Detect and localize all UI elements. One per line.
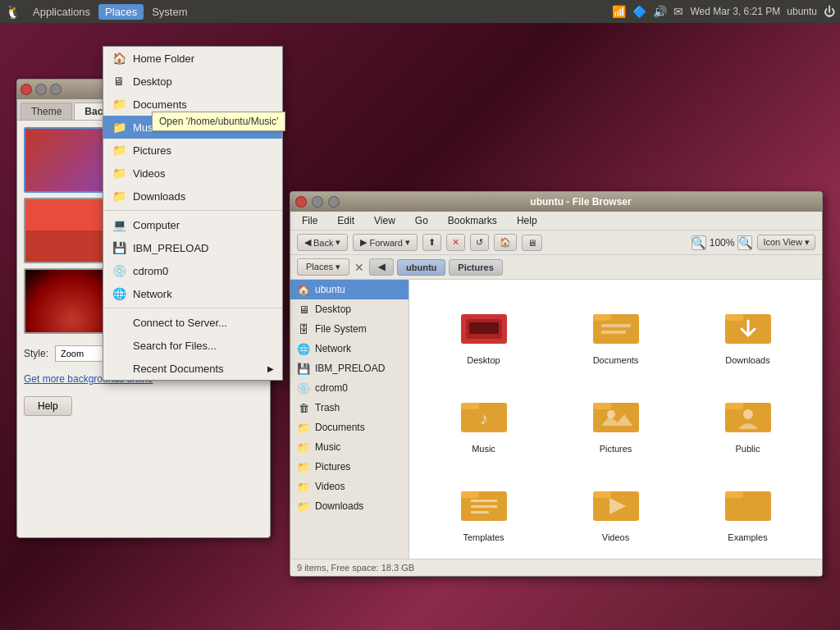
tab-theme[interactable]: Theme — [21, 103, 72, 120]
sidebar-item-network[interactable]: 🌐 Network — [290, 339, 409, 358]
svg-rect-24 — [593, 491, 611, 498]
file-icon-videos[interactable]: Videos — [555, 470, 677, 549]
fb-maximize-button[interactable] — [328, 196, 340, 208]
sidebar-cdrom-icon: 💿 — [297, 381, 310, 395]
menu-computer[interactable]: 💻 Computer — [103, 213, 282, 236]
minimize-button[interactable] — [35, 84, 47, 95]
menu-pictures-label: Pictures — [133, 144, 171, 157]
sidebar-item-documents[interactable]: 📁 Documents — [290, 418, 409, 437]
power-icon[interactable]: ⏻ — [824, 5, 835, 18]
file-icon-templates[interactable]: Templates — [422, 470, 545, 549]
fb-close-button[interactable] — [295, 196, 307, 208]
file-icon-music[interactable]: ♪ Music — [422, 381, 545, 460]
svg-text:♪: ♪ — [480, 409, 488, 427]
back-button[interactable]: ◀ Back ▾ — [297, 234, 348, 251]
sidebar-item-ubuntu[interactable]: 🏠 ubuntu — [290, 280, 409, 299]
menu-pictures[interactable]: 📁 Pictures — [103, 139, 282, 162]
menu-network[interactable]: 🌐 Network — [103, 282, 282, 305]
music-menu-icon: 📁 — [112, 120, 126, 135]
menu-desktop-label: Desktop — [133, 75, 172, 88]
sidebar-item-downloads[interactable]: 📁 Downloads — [290, 496, 409, 516]
music-tooltip: Open '/home/ubuntu/Music' — [152, 112, 285, 131]
sidebar-item-filesystem[interactable]: 🗄 File System — [290, 319, 409, 339]
sidebar-network-icon: 🌐 — [297, 342, 310, 355]
file-icon-public[interactable]: Public — [687, 381, 809, 460]
sidebar-ibm-icon: 💾 — [297, 362, 310, 375]
sidebar-item-videos[interactable]: 📁 Videos — [290, 477, 409, 496]
fb-menu-help[interactable]: Help — [512, 213, 542, 228]
file-icon-downloads[interactable]: Downloads — [687, 293, 809, 372]
close-button[interactable] — [21, 84, 32, 95]
menu-ibm-preload[interactable]: 💾 IBM_PRELOAD — [103, 236, 282, 259]
volume-icon: 🔊 — [653, 5, 667, 18]
sidebar-downloads-icon: 📁 — [297, 500, 310, 513]
menu-videos[interactable]: 📁 Videos — [103, 162, 282, 185]
desktop-label: Desktop — [467, 355, 500, 365]
view-mode-label: Icon View — [763, 237, 802, 247]
fb-menu-go[interactable]: Go — [410, 213, 433, 228]
menu-connect-label: Connect to Server... — [133, 317, 227, 329]
menu-downloads[interactable]: 📁 Downloads — [103, 185, 282, 208]
location-close-button[interactable]: ✕ — [353, 261, 366, 274]
menu-downloads-label: Downloads — [133, 190, 185, 203]
places-dropdown-btn[interactable]: Places ▾ — [297, 258, 349, 276]
file-browser-toolbar: ◀ Back ▾ ▶ Forward ▾ ⬆ ✕ ↺ 🏠 🖥 🔍 100% 🔍 … — [290, 231, 822, 255]
svg-rect-6 — [601, 331, 626, 334]
downloads-menu-icon: 📁 — [112, 189, 126, 203]
refresh-button[interactable]: ↺ — [470, 234, 489, 251]
up-button[interactable]: ⬆ — [422, 234, 441, 251]
menu-search-files[interactable]: Search for Files... — [103, 334, 282, 357]
bluetooth-icon: 🔷 — [632, 5, 646, 18]
sidebar-item-trash[interactable]: 🗑 Trash — [290, 398, 409, 418]
file-icon-documents[interactable]: Documents — [555, 293, 677, 372]
sidebar-item-ibm[interactable]: 💾 IBM_PRELOAD — [290, 358, 409, 378]
sidebar-item-desktop[interactable]: 🖥 Desktop — [290, 299, 409, 319]
svg-point-14 — [607, 410, 615, 418]
file-icon-desktop[interactable]: Desktop — [422, 293, 545, 372]
back-dropdown-icon: ▾ — [336, 237, 340, 248]
places-menu-btn[interactable]: Places — [98, 4, 144, 20]
fb-menu-edit[interactable]: Edit — [332, 213, 359, 228]
menu-cdrom[interactable]: 💿 cdrom0 — [103, 259, 282, 282]
file-icon-pictures[interactable]: Pictures — [555, 381, 677, 460]
datetime: Wed Mar 3, 6:21 PM — [690, 6, 780, 17]
applications-menu[interactable]: Applications — [26, 4, 97, 20]
svg-rect-4 — [593, 314, 611, 321]
help-button[interactable]: Help — [24, 396, 72, 416]
forward-button[interactable]: ▶ Forward ▾ — [353, 234, 417, 251]
sidebar-videos-label: Videos — [315, 481, 345, 492]
menu-connect-server[interactable]: Connect to Server... — [103, 311, 282, 334]
menu-recent-label: Recent Documents — [133, 363, 224, 375]
downloads-folder-img — [722, 299, 774, 352]
sidebar-filesystem-icon: 🗄 — [297, 322, 310, 336]
fb-menu-bookmarks[interactable]: Bookmarks — [443, 213, 502, 228]
stop-button[interactable]: ✕ — [446, 234, 465, 251]
file-browser-menubar: File Edit View Go Bookmarks Help — [290, 212, 822, 231]
home-button[interactable]: 🏠 — [494, 234, 517, 251]
fb-menu-file[interactable]: File — [297, 213, 322, 228]
svg-rect-8 — [725, 314, 743, 321]
view-mode-selector[interactable]: Icon View ▾ — [757, 235, 815, 250]
nav-prev-button[interactable]: ◀ — [369, 258, 394, 276]
breadcrumb-pictures[interactable]: Pictures — [449, 259, 502, 276]
zoom-out-button[interactable]: 🔍 — [692, 235, 706, 250]
svg-rect-10 — [461, 403, 479, 409]
fb-menu-view[interactable]: View — [369, 213, 400, 228]
ubuntu-logo: 🐧 — [5, 3, 21, 20]
menu-recent-docs[interactable]: Recent Documents ▶ — [103, 357, 282, 380]
fb-minimize-button[interactable] — [312, 196, 323, 208]
svg-rect-2 — [469, 322, 499, 334]
menu-home-folder[interactable]: 🏠 Home Folder — [103, 47, 282, 70]
system-menu[interactable]: System — [145, 4, 194, 20]
zoom-in-button[interactable]: 🔍 — [737, 235, 752, 250]
sidebar-item-cdrom[interactable]: 💿 cdrom0 — [290, 378, 409, 398]
menu-desktop[interactable]: 🖥 Desktop — [103, 70, 282, 93]
sidebar-item-pictures[interactable]: 📁 Pictures — [290, 457, 409, 477]
file-icon-examples[interactable]: Examples — [687, 470, 809, 549]
sidebar-item-music[interactable]: 📁 Music — [290, 437, 409, 457]
computer-button[interactable]: 🖥 — [522, 235, 542, 251]
menu-network-label: Network — [133, 288, 172, 300]
svg-rect-21 — [471, 505, 497, 508]
maximize-button[interactable] — [50, 84, 62, 95]
breadcrumb-ubuntu[interactable]: ubuntu — [397, 259, 445, 276]
